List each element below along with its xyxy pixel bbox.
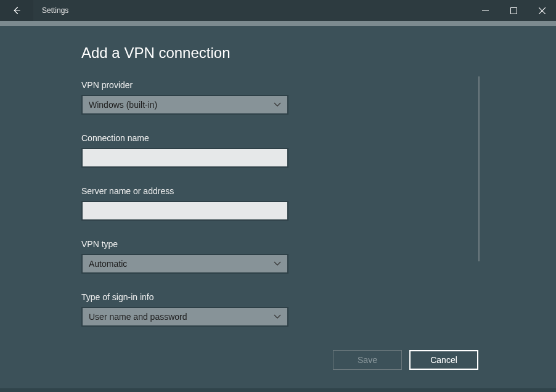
chevron-down-icon [274,313,281,321]
chevron-down-icon [274,101,281,108]
minimize-button[interactable] [471,0,499,21]
vpn-type-dropdown[interactable]: Automatic [81,254,288,274]
footer-buttons: Save Cancel [333,350,478,370]
close-icon [539,7,546,14]
vpn-type-value: Automatic [89,259,127,269]
vpn-provider-value: Windows (built-in) [89,100,157,110]
vpn-type-label: VPN type [81,239,288,249]
window-title: Settings [33,0,471,21]
field-server: Server name or address [81,186,288,221]
server-label: Server name or address [81,186,288,196]
svg-rect-0 [482,10,489,11]
maximize-button[interactable] [499,0,528,21]
arrow-left-icon [11,5,22,16]
signin-type-label: Type of sign-in info [81,292,288,302]
connection-name-input[interactable] [81,148,288,168]
save-button[interactable]: Save [333,350,402,370]
window-controls [471,0,556,21]
server-input[interactable] [81,201,288,221]
signin-type-value: User name and password [89,312,187,322]
signin-type-dropdown[interactable]: User name and password [81,307,288,327]
close-button[interactable] [528,0,556,21]
connection-name-label: Connection name [81,133,288,143]
svg-rect-1 [510,7,517,14]
field-connection-name: Connection name [81,133,288,168]
divider-top [0,21,556,26]
maximize-icon [510,7,517,14]
titlebar: Settings [0,0,556,21]
page-title: Add a VPN connection [81,44,288,62]
field-vpn-type: VPN type Automatic [81,239,288,274]
form-panel: Add a VPN connection VPN provider Window… [81,44,288,327]
scrollbar-vertical[interactable] [478,76,480,261]
back-button[interactable] [0,0,33,21]
chevron-down-icon [274,260,281,267]
cancel-button[interactable]: Cancel [409,350,478,370]
minimize-icon [482,7,489,14]
content-area: Add a VPN connection VPN provider Window… [0,27,556,392]
field-vpn-provider: VPN provider Windows (built-in) [81,80,288,115]
cancel-button-label: Cancel [430,355,457,365]
vpn-provider-label: VPN provider [81,80,288,90]
divider-bottom [0,388,556,392]
vpn-provider-dropdown[interactable]: Windows (built-in) [81,95,288,115]
field-signin-type: Type of sign-in info User name and passw… [81,292,288,327]
save-button-label: Save [358,355,377,365]
